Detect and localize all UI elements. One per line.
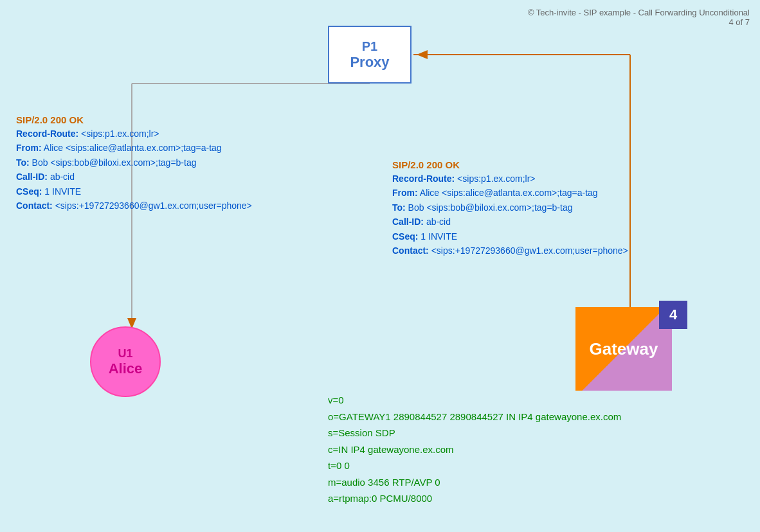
- msg-right-contact-label: Contact:: [392, 245, 429, 256]
- msg-right-cseq: CSeq: 1 INVITE: [392, 229, 628, 244]
- sdp-v: v=0: [328, 392, 621, 409]
- msg-right-block: SIP/2.0 200 OK Record-Route: <sips:p1.ex…: [392, 159, 628, 258]
- msg-right-to-label: To:: [392, 202, 406, 213]
- msg-right-callid-label: Call-ID:: [392, 217, 424, 227]
- sdp-o: o=GATEWAY1 2890844527 2890844527 IN IP4 …: [328, 409, 621, 425]
- msg-left-block: SIP/2.0 200 OK Record-Route: <sips:p1.ex…: [16, 114, 252, 213]
- alice-circle: U1 Alice: [90, 326, 161, 397]
- watermark: © Tech-invite - SIP example - Call Forwa…: [528, 8, 750, 27]
- sdp-t: t=0 0: [328, 457, 621, 474]
- gateway-box: Gateway: [575, 307, 672, 391]
- msg-left-from-value: Alice <sips:alice@atlanta.ex.com>;tag=a-…: [42, 143, 222, 153]
- msg-left-rr-value: <sips:p1.ex.com;lr>: [78, 129, 159, 139]
- msg-left-from: From: Alice <sips:alice@atlanta.ex.com>;…: [16, 141, 252, 155]
- msg-left-contact-value: <sips:+19727293660@gw1.ex.com;user=phone…: [53, 200, 252, 211]
- msg-right-rr-value: <sips:p1.ex.com;lr>: [455, 173, 535, 184]
- msg-right-cseq-value: 1 INVITE: [418, 231, 457, 242]
- msg-left-callid-value: ab-cid: [48, 172, 75, 182]
- msg-left-record-route: Record-Route: <sips:p1.ex.com;lr>: [16, 127, 252, 141]
- sdp-a: a=rtpmap:0 PCMU/8000: [328, 490, 621, 507]
- step-number: 4: [669, 306, 677, 323]
- msg-right-status: SIP/2.0 200 OK: [392, 159, 628, 170]
- msg-right-cseq-label: CSeq:: [392, 231, 418, 242]
- msg-left-cseq: CSeq: 1 INVITE: [16, 184, 252, 199]
- msg-left-cseq-label: CSeq:: [16, 186, 42, 197]
- msg-left-callid-label: Call-ID:: [16, 172, 48, 182]
- msg-left-rr-label: Record-Route:: [16, 129, 78, 139]
- msg-right-rr-label: Record-Route:: [392, 173, 455, 184]
- msg-right-to-value: Bob <sips:bob@biloxi.ex.com>;tag=b-tag: [406, 202, 573, 213]
- msg-right-from-value: Alice <sips:alice@atlanta.ex.com>;tag=a-…: [418, 188, 598, 198]
- msg-right-callid-value: ab-cid: [424, 217, 451, 227]
- msg-left-status: SIP/2.0 200 OK: [16, 114, 252, 125]
- msg-right-record-route: Record-Route: <sips:p1.ex.com;lr>: [392, 172, 628, 186]
- msg-right-from-label: From:: [392, 188, 418, 198]
- sdp-c: c=IN IP4 gatewayone.ex.com: [328, 441, 621, 458]
- msg-left-to-label: To:: [16, 157, 30, 168]
- sdp-block: v=0 o=GATEWAY1 2890844527 2890844527 IN …: [328, 392, 621, 507]
- step-badge: 4: [659, 301, 687, 329]
- msg-left-from-label: From:: [16, 143, 42, 153]
- msg-left-to: To: Bob <sips:bob@biloxi.ex.com>;tag=b-t…: [16, 155, 252, 170]
- msg-right-from: From: Alice <sips:alice@atlanta.ex.com>;…: [392, 186, 628, 200]
- sdp-s: s=Session SDP: [328, 425, 621, 441]
- msg-right-to: To: Bob <sips:bob@biloxi.ex.com>;tag=b-t…: [392, 200, 628, 215]
- msg-left-cseq-value: 1 INVITE: [42, 186, 81, 197]
- msg-left-to-value: Bob <sips:bob@biloxi.ex.com>;tag=b-tag: [30, 157, 197, 168]
- proxy-label-p1: P1: [362, 39, 377, 54]
- watermark-line1: © Tech-invite - SIP example - Call Forwa…: [528, 8, 750, 17]
- proxy-box: P1 Proxy: [328, 26, 412, 84]
- msg-right-contact: Contact: <sips:+19727293660@gw1.ex.com;u…: [392, 244, 628, 258]
- svg-marker-2: [417, 50, 428, 59]
- gateway-label: Gateway: [590, 339, 658, 359]
- msg-left-contact: Contact: <sips:+19727293660@gw1.ex.com;u…: [16, 199, 252, 213]
- msg-left-contact-label: Contact:: [16, 200, 53, 211]
- alice-label-alice: Alice: [109, 360, 143, 377]
- msg-left-callid: Call-ID: ab-cid: [16, 170, 252, 184]
- proxy-label-proxy: Proxy: [350, 54, 389, 71]
- msg-right-contact-value: <sips:+19727293660@gw1.ex.com;user=phone…: [429, 245, 628, 256]
- alice-label-u1: U1: [118, 347, 132, 360]
- watermark-line2: 4 of 7: [528, 17, 750, 27]
- msg-right-callid: Call-ID: ab-cid: [392, 215, 628, 229]
- sdp-m: m=audio 3456 RTP/AVP 0: [328, 474, 621, 491]
